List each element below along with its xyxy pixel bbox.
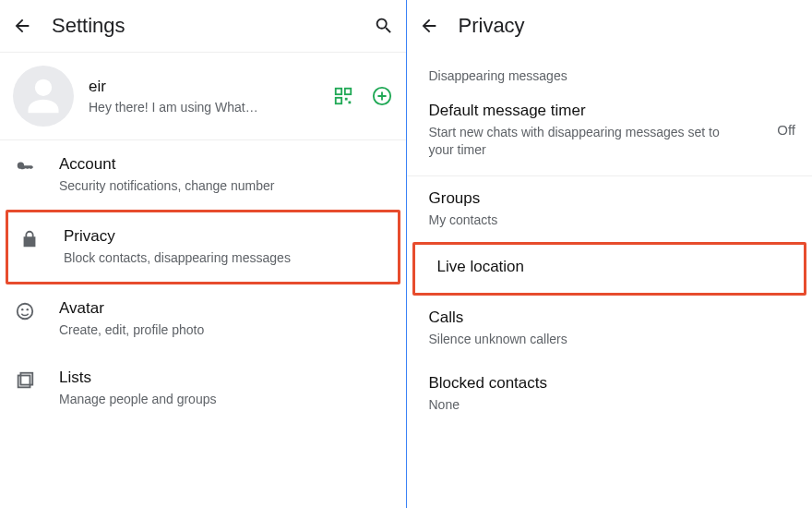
lists-icon	[13, 369, 37, 391]
profile-row[interactable]: eir Hey there! I am using What…	[0, 52, 406, 140]
item-subtitle: Manage people and groups	[59, 391, 393, 408]
item-subtitle: My contacts	[429, 212, 724, 229]
settings-screen: Settings eir Hey there! I am using What…	[0, 0, 406, 508]
item-title: Groups	[429, 189, 796, 208]
svg-point-8	[27, 308, 29, 310]
settings-item-lists[interactable]: Lists Manage people and groups	[0, 354, 406, 423]
privacy-header: Privacy	[407, 0, 813, 52]
privacy-item-blocked[interactable]: Blocked contacts None	[407, 361, 813, 427]
svg-rect-3	[344, 98, 347, 101]
item-title: Calls	[429, 308, 796, 327]
search-icon[interactable]	[373, 15, 395, 37]
avatar	[13, 66, 74, 127]
item-subtitle: Start new chats with disappearing messag…	[429, 124, 724, 159]
privacy-item-groups[interactable]: Groups My contacts	[407, 176, 813, 242]
avatar-face-icon	[13, 299, 37, 321]
svg-rect-1	[344, 89, 350, 94]
settings-item-avatar[interactable]: Avatar Create, edit, profile photo	[0, 284, 406, 354]
svg-rect-0	[335, 89, 340, 94]
back-icon[interactable]	[418, 15, 440, 37]
profile-name: eir	[89, 78, 325, 96]
settings-item-account[interactable]: Account Security notifications, change n…	[0, 140, 406, 210]
key-icon	[13, 155, 37, 177]
item-subtitle: Security notifications, change number	[59, 177, 393, 195]
item-title: Lists	[59, 369, 393, 387]
item-subtitle: None	[429, 396, 724, 414]
lock-icon	[18, 227, 42, 249]
item-title: Blocked contacts	[429, 374, 796, 393]
back-icon[interactable]	[11, 15, 33, 37]
svg-point-6	[18, 304, 33, 320]
settings-title: Settings	[52, 14, 373, 38]
item-subtitle: Silence unknown callers	[429, 331, 724, 348]
profile-status: Hey there! I am using What…	[89, 100, 282, 115]
svg-point-7	[21, 308, 23, 310]
section-disappearing: Disappearing messages	[407, 52, 813, 89]
privacy-title: Privacy	[459, 14, 802, 38]
privacy-item-live-location[interactable]: Live location	[412, 242, 807, 296]
privacy-item-default-timer[interactable]: Default message timer Start new chats wi…	[407, 89, 813, 172]
item-title: Avatar	[59, 299, 393, 318]
privacy-item-calls[interactable]: Calls Silence unknown callers	[407, 296, 813, 361]
svg-rect-2	[335, 98, 340, 103]
item-title: Live location	[437, 258, 788, 276]
item-title: Account	[59, 155, 393, 174]
add-icon[interactable]	[371, 85, 393, 107]
profile-info: eir Hey there! I am using What…	[89, 78, 325, 115]
qr-code-icon[interactable]	[332, 85, 354, 107]
settings-header: Settings	[0, 0, 406, 52]
settings-item-privacy[interactable]: Privacy Block contacts, disappearing mes…	[6, 210, 400, 284]
profile-actions	[332, 85, 393, 107]
item-subtitle: Create, edit, profile photo	[59, 321, 393, 339]
svg-rect-4	[348, 102, 351, 104]
item-subtitle: Block contacts, disappearing messages	[64, 249, 388, 267]
item-title: Privacy	[64, 227, 388, 246]
privacy-screen: Privacy Disappearing messages Default me…	[407, 0, 813, 508]
timer-value: Off	[777, 122, 795, 138]
item-title: Default message timer	[429, 102, 778, 120]
